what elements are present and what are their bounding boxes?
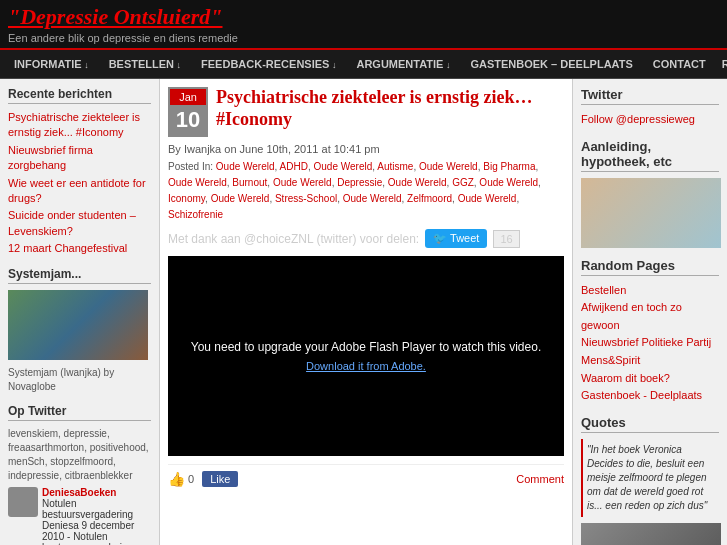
recent-posts-title: Recente berichten xyxy=(8,87,151,104)
nav-informatie[interactable]: INFORMATIE xyxy=(4,50,99,78)
random-link-6[interactable]: Gastenboek - Deelplaats xyxy=(581,387,719,405)
tweet-avatar-1 xyxy=(8,487,38,517)
left-sidebar: Recente berichten Psychiatrische ziektel… xyxy=(0,79,160,545)
fb-like-button[interactable]: Like xyxy=(202,471,238,487)
systemjam-title: Systemjam... xyxy=(8,267,151,284)
recent-post-4[interactable]: Suicide onder studenten – Levenskiem? xyxy=(8,208,151,239)
post-date-box: Jan 10 xyxy=(168,87,208,137)
video-download-link[interactable]: Download it from Adobe. xyxy=(306,360,426,372)
tweet-count: 16 xyxy=(493,230,519,248)
like-count: 0 xyxy=(188,473,194,485)
nav-bestellen[interactable]: BESTELLEN xyxy=(99,50,191,78)
nav-feedback[interactable]: FEEDBACK-RECENSIES xyxy=(191,50,346,78)
video-placeholder: You need to upgrade your Adobe Flash Pla… xyxy=(168,256,564,456)
posted-in-label: Posted In: xyxy=(168,161,213,172)
quote-text: "In het boek Veronica Decides to die, be… xyxy=(581,439,719,517)
random-pages-title: Random Pages xyxy=(581,258,719,276)
nav-argumentatie[interactable]: ARGUMENTATIE xyxy=(346,50,460,78)
video-upgrade-text: You need to upgrade your Adobe Flash Pla… xyxy=(191,340,541,354)
twitter-follow-link[interactable]: Follow @depressieweg xyxy=(581,111,719,129)
post-by: By Iwanjka xyxy=(168,143,221,155)
quotes-title: Quotes xyxy=(581,415,719,433)
site-subtitle: Een andere blik op depressie en diens re… xyxy=(8,32,719,44)
site-header: "Depressie Ontsluierd" Een andere blik o… xyxy=(0,0,727,50)
like-button[interactable]: 👍 0 xyxy=(168,471,194,487)
post-meta: By Iwanjka on June 10th, 2011 at 10:41 p… xyxy=(168,143,564,155)
post-date-month: Jan xyxy=(170,89,206,105)
main-content: Jan 10 Psychiatrische ziekteleer is erns… xyxy=(160,79,572,545)
content-wrapper: Recente berichten Psychiatrische ziektel… xyxy=(0,79,727,545)
random-link-4[interactable]: Mens&Spirit xyxy=(581,352,719,370)
twitter-right-title: Twitter xyxy=(581,87,719,105)
recent-post-5[interactable]: 12 maart Changefestival xyxy=(8,241,151,256)
post-date-text: on June 10th, 2011 at 10:41 pm xyxy=(224,143,379,155)
systemjam-image xyxy=(8,290,148,360)
post-title[interactable]: Psychiatrische ziekteleer is ernstig zie… xyxy=(216,87,564,130)
aanleiding-title: Aanleiding, hypotheek, etc xyxy=(581,139,719,172)
nav-rss[interactable]: RSS xyxy=(716,50,727,78)
post-header: Jan 10 Psychiatrische ziekteleer is erns… xyxy=(168,87,564,137)
tweet-item-1: DeniesaBoeken Notulen bestuursvergaderin… xyxy=(8,487,151,545)
random-link-5[interactable]: Waarom dit boek? xyxy=(581,370,719,388)
post-tags: Posted In: Oude Wereld, ADHD, Oude Werel… xyxy=(168,159,564,223)
site-title[interactable]: "Depressie Ontsluierd" xyxy=(8,4,719,30)
thumbs-up-icon: 👍 xyxy=(168,471,185,487)
tweet-text-1: Notulen bestuursvergadering Deniesa 9 de… xyxy=(42,498,134,545)
post-title-area: Psychiatrische ziekteleer is ernstig zie… xyxy=(216,87,564,130)
tweet-username-1[interactable]: DeniesaBoeken xyxy=(42,487,116,498)
recent-post-1[interactable]: Psychiatrische ziekteleer is ernstig zie… xyxy=(8,110,151,141)
post-tags-text: Oude Wereld, ADHD, Oude Wereld, Autisme,… xyxy=(168,161,541,220)
random-link-1[interactable]: Bestellen xyxy=(581,282,719,300)
nav-gastenboek[interactable]: GASTENBOEK – DEELPLAATS xyxy=(460,50,642,78)
post-actions: 👍 0 Like Comment xyxy=(168,464,564,487)
share-text: Met dank aan @choiceZNL (twitter) voor d… xyxy=(168,232,419,246)
post-share: Met dank aan @choiceZNL (twitter) voor d… xyxy=(168,229,564,248)
nav-contact[interactable]: CONTACT xyxy=(643,50,716,78)
post-date-day: 10 xyxy=(170,105,206,135)
random-link-3[interactable]: Nieuwsbrief Politieke Partij xyxy=(581,334,719,352)
tweet-content-1: DeniesaBoeken Notulen bestuursvergaderin… xyxy=(42,487,151,545)
systemjam-by: Systemjam (Iwanjka) by Novaglobe xyxy=(8,366,151,394)
comment-link[interactable]: Comment xyxy=(516,473,564,485)
main-nav: INFORMATIE BESTELLEN FEEDBACK-RECENSIES … xyxy=(0,50,727,79)
twitter-tags: levenskiem, depressie, freaasarthmorton,… xyxy=(8,427,151,483)
aanleiding-image xyxy=(581,178,721,248)
random-link-2[interactable]: Afwijkend en toch zo gewoon xyxy=(581,299,719,334)
recent-post-3[interactable]: Wie weet er een antidote for drugs? xyxy=(8,176,151,207)
recent-post-2[interactable]: Nieuwsbrief firma zorgbehang xyxy=(8,143,151,174)
right-sidebar: Twitter Follow @depressieweg Aanleiding,… xyxy=(572,79,727,545)
tweet-button[interactable]: 🐦 Tweet xyxy=(425,229,487,248)
right-sidebar-image xyxy=(581,523,721,545)
op-twitter-title: Op Twitter xyxy=(8,404,151,421)
